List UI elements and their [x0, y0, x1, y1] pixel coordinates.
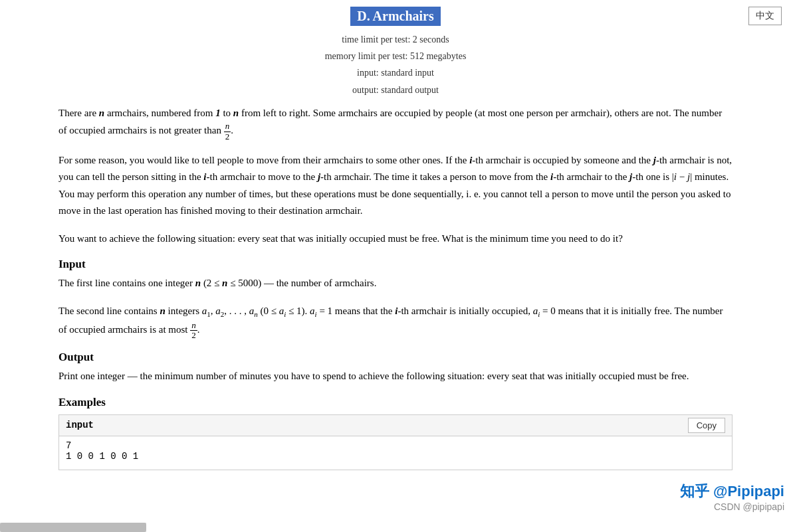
math-an: an — [249, 306, 258, 316]
frac-den-input: 2 — [190, 331, 197, 340]
math-ai-3: ai — [533, 306, 540, 316]
math-i-4: i — [674, 171, 677, 182]
math-j-3: j — [629, 171, 632, 182]
cn-button[interactable]: 中文 — [748, 7, 782, 25]
watermark: 知乎 @Pipipapi CSDN @pipipapi — [680, 482, 784, 512]
output-type: output: standard output — [0, 82, 791, 98]
math-j-2: j — [318, 171, 320, 182]
math-n-input: n — [195, 278, 201, 288]
frac-n-2-first: n 2 — [224, 122, 231, 141]
math-ai-2: ai — [310, 306, 317, 316]
input-paragraph-2: The second line contains n integers a1, … — [58, 303, 733, 340]
math-n-input-3: n — [160, 306, 165, 316]
problem-paragraph-2: For some reason, you would like to tell … — [58, 152, 733, 220]
scrollbar-thumb[interactable] — [0, 523, 146, 532]
example-input-label: input — [66, 420, 94, 430]
math-n-2: n — [233, 108, 239, 118]
input-paragraph-1: The first line contains one integer n (2… — [58, 275, 733, 292]
math-i-input: i — [395, 306, 397, 316]
example-box: input Copy 7 1 0 0 1 0 0 1 — [58, 414, 733, 470]
math-n-input-2: n — [222, 278, 227, 288]
page-container: 中文 D. Armchairs time limit per test: 2 s… — [0, 0, 791, 532]
scrollbar-area[interactable] — [0, 523, 146, 532]
math-i-3: i — [550, 171, 553, 182]
math-1: 1 — [215, 108, 221, 118]
content: There are n armchairs, numbered from 1 t… — [0, 98, 791, 477]
example-line-1: 7 — [66, 440, 725, 451]
math-j-1: j — [653, 155, 656, 165]
examples-title: Examples — [58, 396, 733, 409]
input-title: Input — [58, 258, 733, 271]
math-a2: a — [215, 306, 221, 316]
page-title: D. Armchairs — [350, 7, 441, 26]
output-paragraph: Print one integer — the minimum number o… — [58, 368, 733, 385]
math-ai-1: ai — [279, 306, 286, 316]
frac-denominator: 2 — [224, 132, 231, 141]
math-i-2: i — [203, 171, 206, 182]
math-n-1: n — [99, 108, 104, 118]
watermark-zhihu: 知乎 @Pipipapi — [680, 482, 784, 501]
copy-button[interactable]: Copy — [688, 418, 725, 433]
problem-paragraph-3: You want to achieve the following situat… — [58, 230, 733, 248]
example-line-2: 1 0 0 1 0 0 1 — [66, 451, 725, 462]
frac-num-input: n — [190, 321, 197, 331]
frac-numerator: n — [224, 122, 231, 132]
memory-limit: memory limit per test: 512 megabytes — [0, 48, 791, 64]
meta-info: time limit per test: 2 seconds memory li… — [0, 31, 791, 98]
time-limit: time limit per test: 2 seconds — [0, 31, 791, 48]
header: D. Armchairs time limit per test: 2 seco… — [0, 0, 791, 98]
example-content: 7 1 0 0 1 0 0 1 — [59, 436, 732, 470]
input-type: input: standard input — [0, 64, 791, 81]
example-header: input Copy — [59, 415, 732, 436]
watermark-csdn: CSDN @pipipapi — [680, 501, 784, 512]
math-i-1: i — [469, 155, 472, 165]
math-j-4: j — [687, 171, 690, 182]
frac-n-2-input: n 2 — [190, 321, 197, 341]
problem-paragraph-1: There are n armchairs, numbered from 1 t… — [58, 105, 733, 141]
output-title: Output — [58, 351, 733, 364]
